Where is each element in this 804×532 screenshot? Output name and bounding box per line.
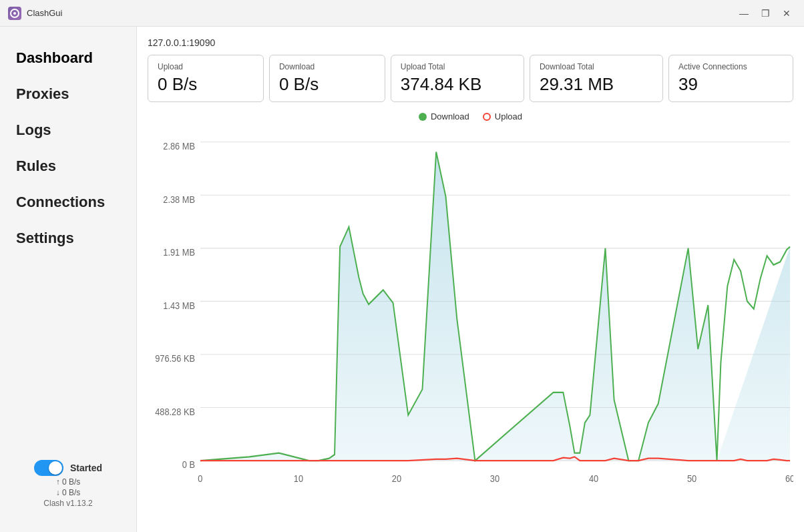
svg-text:0: 0 [198, 473, 202, 484]
download-card: Download 0 B/s [269, 55, 385, 102]
sidebar-item-settings[interactable]: Settings [0, 220, 136, 256]
main-content: 127.0.0.1:19090 Upload 0 B/s Download 0 … [137, 27, 804, 532]
sidebar-item-rules[interactable]: Rules [0, 148, 136, 184]
title-bar: ClashGui — ❐ ✕ [0, 0, 804, 27]
svg-text:1.91 MB: 1.91 MB [163, 246, 195, 258]
sidebar-item-logs[interactable]: Logs [0, 112, 136, 148]
upload-card: Upload 0 B/s [148, 55, 264, 102]
svg-marker-16 [200, 152, 790, 461]
title-bar-left: ClashGui [8, 7, 62, 20]
svg-text:20: 20 [392, 473, 402, 484]
chart-area: Download Upload 2.86 MB 2.38 MB 1.91 MB … [148, 111, 793, 521]
toggle-label: Started [70, 463, 102, 473]
download-total-card: Download Total 29.31 MB [530, 55, 663, 102]
svg-text:30: 30 [490, 473, 500, 484]
server-address: 127.0.0.1:19090 [148, 37, 793, 48]
svg-text:2.38 MB: 2.38 MB [163, 194, 195, 205]
connections-label: Active Connections [678, 62, 783, 71]
download-value: 0 B/s [279, 74, 375, 95]
legend-upload: Upload [483, 111, 522, 121]
minimize-button[interactable]: — [735, 4, 753, 23]
window-controls: — ❐ ✕ [735, 4, 796, 23]
upload-speed-display: ↑ 0 B/s [56, 477, 81, 487]
download-speed-display: ↓ 0 B/s [56, 488, 81, 497]
sidebar-item-proxies[interactable]: Proxies [0, 76, 136, 112]
legend-upload-label: Upload [495, 111, 522, 121]
maximize-button[interactable]: ❐ [756, 4, 775, 23]
sidebar: Dashboard Proxies Logs Rules Connections… [0, 27, 137, 532]
upload-total-value: 374.84 KB [401, 74, 514, 95]
svg-text:50: 50 [687, 473, 697, 484]
download-legend-dot [419, 113, 427, 121]
svg-text:60: 60 [785, 473, 793, 484]
upload-label: Upload [158, 62, 254, 71]
svg-text:488.28 KB: 488.28 KB [155, 406, 195, 417]
traffic-chart: 2.86 MB 2.38 MB 1.91 MB 1.43 MB 976.56 K… [148, 127, 793, 521]
start-stop-toggle[interactable] [34, 460, 63, 476]
close-button[interactable]: ✕ [777, 4, 796, 23]
connections-value: 39 [678, 74, 783, 95]
svg-text:40: 40 [589, 473, 599, 484]
connections-card: Active Connections 39 [668, 55, 793, 102]
legend-download: Download [419, 111, 469, 121]
sidebar-item-dashboard[interactable]: Dashboard [0, 40, 136, 76]
version-label: Clash v1.13.2 [43, 499, 92, 508]
svg-text:2.86 MB: 2.86 MB [163, 140, 195, 152]
upload-total-card: Upload Total 374.84 KB [391, 55, 524, 102]
status-toggle-row: Started [34, 460, 102, 476]
app-icon [8, 7, 21, 20]
svg-text:10: 10 [294, 473, 304, 484]
svg-point-1 [13, 12, 16, 15]
main-layout: Dashboard Proxies Logs Rules Connections… [0, 27, 804, 532]
svg-text:0 B: 0 B [182, 459, 195, 471]
svg-text:1.43 MB: 1.43 MB [163, 300, 195, 311]
upload-legend-dot [483, 113, 491, 121]
svg-text:976.56 KB: 976.56 KB [155, 352, 195, 364]
upload-total-label: Upload Total [401, 62, 514, 71]
download-label: Download [279, 62, 375, 71]
legend-download-label: Download [431, 111, 469, 121]
app-title: ClashGui [27, 8, 62, 18]
toggle-thumb [49, 461, 62, 475]
upload-value: 0 B/s [158, 74, 254, 95]
sidebar-item-connections[interactable]: Connections [0, 184, 136, 220]
download-total-label: Download Total [540, 62, 653, 71]
sidebar-bottom: Started ↑ 0 B/s ↓ 0 B/s Clash v1.13.2 [0, 449, 136, 519]
chart-container: 2.86 MB 2.38 MB 1.91 MB 1.43 MB 976.56 K… [148, 127, 793, 521]
download-total-value: 29.31 MB [540, 74, 653, 95]
chart-legend: Download Upload [148, 111, 793, 121]
stats-cards: Upload 0 B/s Download 0 B/s Upload Total… [148, 55, 793, 102]
